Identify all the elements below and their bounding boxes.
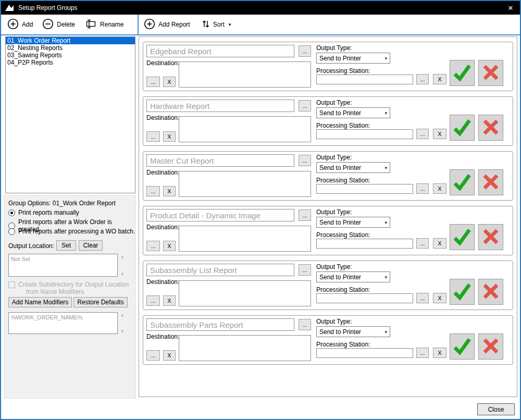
accept-report-button[interactable] [450, 169, 475, 195]
destination-textbox[interactable] [179, 171, 311, 197]
processing-station-clear-button[interactable]: X [433, 183, 446, 194]
processing-station-input[interactable] [316, 75, 413, 84]
destination-clear-button[interactable]: X [163, 241, 176, 251]
delete-report-button[interactable] [478, 169, 503, 195]
output-type-dropdown[interactable]: Send to Printer ▾ [316, 162, 390, 173]
scroll-down-icon[interactable]: ∨ [119, 271, 126, 277]
delete-group-button[interactable]: Delete [42, 18, 75, 31]
report-name-browse-button[interactable]: ... [299, 45, 311, 57]
destination-browse-button[interactable]: ... [146, 295, 160, 306]
add-report-button[interactable]: Add Report [144, 18, 190, 31]
report-name-browse-button[interactable]: ... [299, 100, 311, 112]
destination-browse-button[interactable]: ... [146, 77, 160, 87]
processing-station-input[interactable] [316, 129, 413, 139]
red-x-icon [481, 336, 501, 357]
report-name-input[interactable] [146, 154, 294, 167]
group-list-item[interactable]: 03_Sawing Reports [6, 52, 135, 59]
name-modifier-textbox[interactable]: %WORK_ORDER_NAME% [8, 312, 118, 334]
report-name-input[interactable] [146, 45, 294, 57]
destination-clear-button[interactable]: X [163, 186, 176, 196]
processing-station-browse-button[interactable]: ... [416, 348, 429, 358]
delete-report-button[interactable] [478, 115, 503, 141]
processing-station-input[interactable] [316, 184, 413, 194]
accept-report-button[interactable] [450, 224, 475, 250]
group-list-item[interactable]: 02_Nesting Reports [6, 44, 135, 52]
report-name-input[interactable] [146, 100, 294, 112]
report-name-browse-button[interactable]: ... [299, 319, 311, 330]
delete-report-button[interactable] [478, 333, 503, 360]
destination-browse-button[interactable]: ... [146, 186, 160, 196]
close-button[interactable]: Close [477, 403, 515, 415]
destination-browse-button[interactable]: ... [146, 131, 160, 142]
group-list-item[interactable]: 04_P2P Reports [6, 59, 135, 66]
clear-output-location-button[interactable]: Clear [79, 240, 103, 251]
report-name-input[interactable] [146, 264, 294, 276]
group-list-item[interactable]: 01_Work Order Report [6, 37, 135, 44]
rename-group-button[interactable]: Rename [84, 19, 123, 30]
sort-button[interactable]: Sort ▾ [202, 19, 231, 31]
destination-textbox[interactable] [179, 335, 311, 361]
destination-clear-button[interactable]: X [163, 350, 176, 361]
accept-report-button[interactable] [450, 115, 475, 141]
processing-station-input[interactable] [316, 239, 413, 249]
accept-report-button[interactable] [450, 279, 475, 305]
destination-textbox[interactable] [179, 280, 311, 306]
group-options-title: Group Options: 01_Work Order Report [8, 200, 116, 207]
output-type-dropdown[interactable]: Send to Printer ▾ [316, 53, 390, 64]
output-type-dropdown[interactable]: Send to Printer ▾ [316, 326, 390, 337]
processing-station-clear-button[interactable]: X [433, 238, 446, 249]
sort-label: Sort [213, 21, 225, 28]
report-name-browse-button[interactable]: ... [299, 155, 311, 166]
chevron-down-icon: ▾ [384, 275, 387, 280]
processing-station-clear-button[interactable]: X [433, 74, 446, 84]
processing-station-browse-button[interactable]: ... [416, 74, 429, 84]
subdirectory-checkbox[interactable] [8, 281, 15, 288]
accept-report-button[interactable] [450, 333, 475, 360]
add-name-modifiers-button[interactable]: Add Name Modifiers [8, 297, 72, 307]
destination-textbox[interactable] [179, 61, 311, 88]
set-output-location-button[interactable]: Set [56, 240, 76, 251]
processing-station-browse-button[interactable]: ... [416, 129, 429, 139]
report-name-browse-button[interactable]: ... [299, 209, 311, 221]
processing-station-input[interactable] [316, 293, 413, 303]
close-window-icon[interactable]: ✕ [501, 1, 520, 15]
destination-browse-button[interactable]: ... [146, 350, 160, 361]
scroll-down-icon[interactable]: ∨ [119, 329, 126, 334]
scroll-up-icon[interactable]: ∧ [119, 255, 126, 260]
green-check-icon [452, 171, 473, 194]
destination-clear-button[interactable]: X [163, 131, 176, 142]
restore-defaults-button[interactable]: Restore Defaults [73, 297, 128, 307]
scroll-up-icon[interactable]: ∧ [119, 313, 126, 318]
green-check-icon [452, 62, 473, 84]
delete-report-button[interactable] [478, 279, 503, 305]
destination-textbox[interactable] [179, 116, 311, 142]
setup-report-groups-dialog: Setup Report Groups ✕ Add Delete Re [0, 0, 521, 420]
processing-station-clear-button[interactable]: X [433, 293, 446, 303]
output-location-textbox[interactable]: Not Set [8, 254, 118, 277]
accept-report-button[interactable] [450, 60, 475, 86]
destination-clear-button[interactable]: X [163, 77, 176, 87]
processing-station-browse-button[interactable]: ... [416, 238, 429, 249]
radio-label: Print reports after processing a WO batc… [18, 228, 135, 235]
destination-clear-button[interactable]: X [163, 295, 176, 306]
delete-report-button[interactable] [478, 224, 503, 250]
add-group-button[interactable]: Add [7, 18, 33, 31]
red-x-icon [481, 117, 501, 139]
report-name-input[interactable] [146, 209, 294, 221]
processing-station-browse-button[interactable]: ... [416, 293, 429, 303]
processing-station-browse-button[interactable]: ... [416, 183, 429, 194]
delete-report-button[interactable] [478, 60, 503, 86]
radio-print-manually[interactable]: Print reports manually [8, 209, 79, 216]
report-name-browse-button[interactable]: ... [299, 264, 311, 276]
processing-station-clear-button[interactable]: X [433, 348, 446, 358]
radio-print-after-batch[interactable]: Print reports after processing a WO batc… [8, 228, 135, 235]
processing-station-clear-button[interactable]: X [433, 129, 446, 139]
output-type-dropdown[interactable]: Send to Printer ▾ [316, 217, 390, 228]
report-name-input[interactable] [146, 318, 294, 331]
output-location-label: Output Location: [8, 242, 54, 250]
processing-station-input[interactable] [316, 348, 413, 358]
output-type-dropdown[interactable]: Send to Printer ▾ [316, 271, 390, 282]
destination-textbox[interactable] [179, 226, 311, 252]
output-type-dropdown[interactable]: Send to Printer ▾ [316, 107, 390, 118]
destination-browse-button[interactable]: ... [146, 241, 160, 251]
